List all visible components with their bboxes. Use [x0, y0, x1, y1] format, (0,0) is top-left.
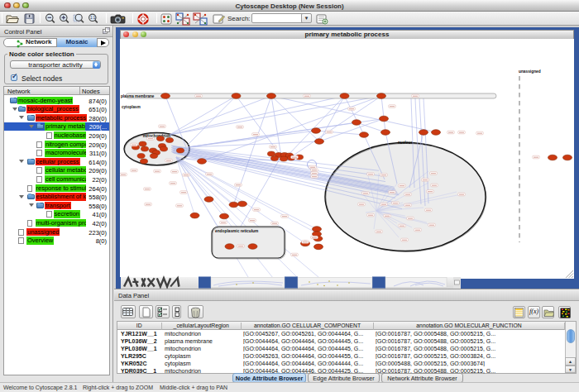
- svg-text:unassigned: unassigned: [519, 69, 541, 74]
- svg-text:cytoplasm: cytoplasm: [122, 105, 141, 109]
- svg-text:endoplasmic reticulum: endoplasmic reticulum: [215, 229, 258, 233]
- svg-text:nucleus: nucleus: [398, 141, 413, 145]
- svg-text:mitochondrion: mitochondrion: [143, 134, 171, 138]
- svg-text:1:1: 1:1: [90, 16, 96, 20]
- svg-text:plasma membrane: plasma membrane: [121, 94, 155, 98]
